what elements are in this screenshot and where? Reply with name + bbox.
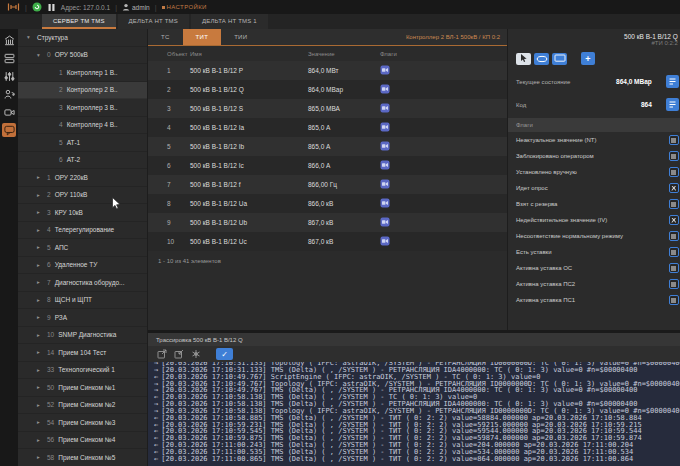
tree-item[interactable]: ▸ 33 Технологический 1 bbox=[18, 362, 147, 380]
app-tab[interactable]: СЕРВЕР ТМ TMS bbox=[42, 14, 116, 29]
chevron-icon[interactable]: ▸ bbox=[37, 437, 43, 443]
chevron-icon[interactable]: ▸ bbox=[37, 297, 43, 303]
flag-checkbox[interactable] bbox=[669, 167, 679, 177]
tree-item[interactable]: 4 Контроллер 4 В.. bbox=[18, 117, 147, 135]
pause-icon[interactable] bbox=[47, 3, 56, 12]
sliders-icon[interactable] bbox=[2, 69, 16, 83]
user-menu[interactable]: admin bbox=[122, 3, 150, 11]
tree-item[interactable]: ▾ 0 ОРУ 500кВ bbox=[18, 47, 147, 65]
chevron-icon[interactable]: ▸ bbox=[37, 209, 43, 215]
chevron-icon[interactable]: ▸ bbox=[37, 419, 43, 425]
table-row[interactable]: 8 500 кВ В-1 В/12 Ua 866,0 кВ bbox=[148, 194, 507, 213]
flag-checkbox[interactable] bbox=[669, 135, 679, 145]
chevron-icon[interactable]: ▸ bbox=[37, 367, 43, 373]
tree-item[interactable]: ▸ 9 РЗА bbox=[18, 309, 147, 327]
tree-root[interactable]: ▾ Структура bbox=[18, 29, 147, 47]
export-window-icon[interactable] bbox=[157, 345, 167, 363]
manual-set-button[interactable] bbox=[516, 53, 531, 65]
chevron-icon[interactable]: ▾ bbox=[37, 52, 43, 58]
chevron-icon[interactable]: ▸ bbox=[37, 314, 43, 320]
tree-item[interactable]: ▸ 5 АПС bbox=[18, 239, 147, 257]
tree-item[interactable]: ▸ 50 Прием Синком №1 bbox=[18, 379, 147, 397]
flag-checkbox[interactable] bbox=[669, 199, 679, 209]
chevron-icon[interactable]: ▸ bbox=[37, 262, 43, 268]
table-row[interactable]: 7 500 кВ В-1 В/12 f 866,00 Гц bbox=[148, 175, 507, 194]
tree-item[interactable]: ▸ 3 КРУ 10кВ bbox=[18, 204, 147, 222]
tree-item[interactable]: ▸ 7 Диагностика оборудо... bbox=[18, 274, 147, 292]
add-button[interactable]: + bbox=[581, 52, 595, 65]
building-icon[interactable] bbox=[2, 33, 16, 47]
flag-checkbox[interactable] bbox=[669, 295, 679, 305]
table-row[interactable]: 4 500 кВ В-1 В/12 Ia 865,0 А bbox=[148, 118, 507, 137]
connection-status-icon[interactable] bbox=[32, 2, 42, 12]
table-row[interactable]: 1 500 кВ В-1 В/12 P 864,0 МВт bbox=[148, 61, 507, 80]
flags-badge-icon[interactable] bbox=[380, 198, 390, 208]
tab-tii[interactable]: ТИИ bbox=[221, 29, 260, 45]
tree-item[interactable]: 5 АТ-1 bbox=[18, 134, 147, 152]
clear-trace-icon[interactable] bbox=[191, 345, 201, 363]
flags-badge-icon[interactable] bbox=[380, 84, 390, 94]
chevron-icon[interactable]: ▸ bbox=[37, 174, 43, 180]
server-icon[interactable] bbox=[2, 51, 16, 65]
table-row[interactable]: 2 500 кВ В-1 В/12 Q 864,0 МВар bbox=[148, 80, 507, 99]
flags-badge-icon[interactable] bbox=[380, 236, 390, 246]
flag-checkbox[interactable] bbox=[669, 231, 679, 241]
flag-checkbox[interactable] bbox=[669, 215, 679, 225]
tree-item[interactable]: ▸ 58 Прием Синком №5 bbox=[18, 449, 147, 466]
chevron-icon[interactable]: ▸ bbox=[37, 192, 43, 198]
chevron-icon[interactable]: ▸ bbox=[37, 384, 43, 390]
tree-item[interactable]: ▸ 54 Прием Синком №3 bbox=[18, 414, 147, 432]
settings-link[interactable]: НАСТРОЙКИ bbox=[162, 4, 207, 10]
flags-badge-icon[interactable] bbox=[380, 217, 390, 227]
display-button[interactable] bbox=[552, 53, 567, 65]
tree-item[interactable]: ▸ 56 Прием Синком №4 bbox=[18, 432, 147, 450]
flag-checkbox[interactable] bbox=[669, 279, 679, 289]
table-row[interactable]: 3 500 кВ В-1 В/12 S 865,0 МВА bbox=[148, 99, 507, 118]
app-tab[interactable]: ДЕЛЬТА НТ TMS 1 bbox=[191, 14, 268, 29]
flags-badge-icon[interactable] bbox=[380, 141, 390, 151]
users-icon[interactable] bbox=[2, 87, 16, 101]
tree-item[interactable]: ▸ 4 Телерегулирование bbox=[18, 222, 147, 240]
chevron-icon[interactable]: ▸ bbox=[37, 349, 43, 355]
table-row[interactable]: 5 500 кВ В-1 В/12 Ib 865,0 А bbox=[148, 137, 507, 156]
chevron-icon[interactable]: ▸ bbox=[37, 244, 43, 250]
state-report-button[interactable] bbox=[666, 75, 679, 88]
tree-item[interactable]: ▸ 14 Прием 104 Тест bbox=[18, 344, 147, 362]
table-row[interactable]: 10 500 кВ В-1 В/12 Uc 867,0 кВ bbox=[148, 232, 507, 251]
tab-tit[interactable]: ТИТ bbox=[183, 29, 222, 45]
camera-icon[interactable] bbox=[2, 105, 16, 119]
tree-item[interactable]: ▸ 8 ЩСН и ЩПТ bbox=[18, 292, 147, 310]
flags-badge-icon[interactable] bbox=[380, 103, 390, 113]
flag-checkbox[interactable] bbox=[669, 151, 679, 161]
flag-checkbox[interactable] bbox=[669, 183, 679, 193]
table-row[interactable]: 6 500 кВ В-1 В/12 Ic 866,0 А bbox=[148, 156, 507, 175]
app-tab[interactable]: ДЕЛЬТА НТ TMS bbox=[118, 14, 189, 29]
tree-item[interactable]: 6 АТ-2 bbox=[18, 152, 147, 170]
flag-checkbox[interactable] bbox=[669, 263, 679, 273]
tree-item[interactable]: 2 Контроллер 2 В.. bbox=[18, 82, 147, 100]
chevron-icon[interactable]: ▸ bbox=[37, 402, 43, 408]
chat-icon[interactable] bbox=[2, 123, 16, 137]
tree-item[interactable]: ▸ 1 ОРУ 220кВ bbox=[18, 169, 147, 187]
code-report-button[interactable] bbox=[666, 98, 679, 111]
tree-item[interactable]: 1 Контроллер 1 В.. bbox=[18, 64, 147, 82]
flags-badge-icon[interactable] bbox=[380, 179, 390, 189]
import-window-icon[interactable] bbox=[174, 345, 184, 363]
table-row[interactable]: 9 500 кВ В-1 В/12 Ub 867,0 кВ bbox=[148, 213, 507, 232]
tree-item[interactable]: ▸ 10 SNMP Диагностика bbox=[18, 327, 147, 345]
tree-item[interactable]: ▸ 2 ОРУ 110кВ bbox=[18, 187, 147, 205]
chevron-icon[interactable]: ▸ bbox=[37, 279, 43, 285]
watch-button[interactable] bbox=[534, 53, 549, 65]
flags-badge-icon[interactable] bbox=[380, 65, 390, 75]
flags-badge-icon[interactable] bbox=[380, 160, 390, 170]
chevron-icon[interactable]: ▸ bbox=[37, 454, 43, 460]
chevron-icon[interactable]: ▸ bbox=[37, 332, 43, 338]
tree-item[interactable]: 3 Контроллер 3 В.. bbox=[18, 99, 147, 117]
chevron-down-icon[interactable]: ▾ bbox=[27, 34, 33, 40]
flags-badge-icon[interactable] bbox=[380, 122, 390, 132]
tree-item[interactable]: ▸ 52 Прием Синком №2 bbox=[18, 397, 147, 415]
trace-console[interactable]: →[20.03.2026 17:10:31.133] Topology ( IF… bbox=[148, 362, 680, 466]
flag-checkbox[interactable] bbox=[669, 247, 679, 257]
tree-item[interactable]: ▸ 6 Удаленное ТУ bbox=[18, 257, 147, 275]
tab-ts[interactable]: ТС bbox=[148, 29, 183, 45]
